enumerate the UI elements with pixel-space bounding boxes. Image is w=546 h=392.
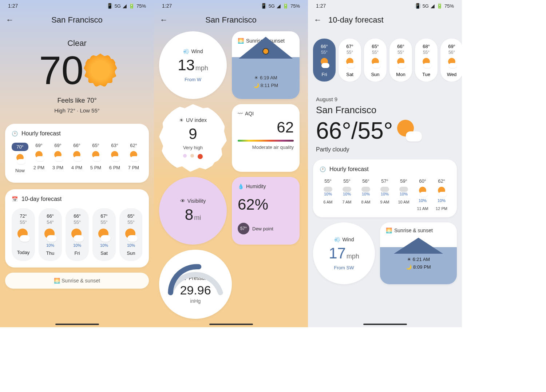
battery-icon: 🔋 (436, 3, 443, 9)
current-temp: 70 (39, 50, 115, 90)
sunrise-peek[interactable]: 🌅 Sunrise & sunset (5, 273, 149, 289)
date-label: August 9 (316, 96, 454, 102)
day-pill[interactable]: 66°55°Fri (313, 39, 336, 82)
signal-icon: ◢ (431, 3, 435, 9)
visibility-tile[interactable]: 👁Visibility 8mi (159, 177, 227, 245)
hourly-card[interactable]: 🕐Hourly forecast 55°10%6 AM55°10%7 AM56°… (313, 159, 457, 217)
hourly-row[interactable]: 70°Now69°2 PM69°3 PM66°4 PM65°5 PM63°6 P… (12, 143, 142, 176)
back-button[interactable]: ← (314, 15, 322, 25)
hour-item[interactable]: 60°10%11 AM (414, 178, 431, 211)
nav-bar[interactable] (55, 324, 99, 325)
status-icons: 📳 5G ◢ 🔋 75% (107, 3, 146, 9)
city-label: San Francisco (316, 104, 454, 116)
battery-icon: 🔋 (128, 3, 135, 9)
aqi-icon: 〰 (238, 111, 243, 116)
condition-label: Clear (0, 39, 154, 48)
header: ← San Francisco (0, 9, 154, 28)
page-title: San Francisco (205, 15, 257, 25)
temp-range: 66°/55° (316, 117, 454, 144)
sun-icon: ☀ (179, 117, 184, 123)
eye-icon: 👁 (180, 198, 185, 204)
battery-icon: 🔋 (282, 3, 289, 9)
day-pill[interactable]: 69°56°Wed (440, 39, 462, 82)
hour-item[interactable]: 70°Now (12, 143, 28, 176)
status-bar: 1:27 📳 5G ◢ 🔋 75% (0, 0, 154, 9)
hourly-row[interactable]: 55°10%6 AM55°10%7 AM56°10%8 AM57°10%9 AM… (320, 178, 450, 211)
sun-icon (86, 56, 115, 85)
high-low: High 72° · Low 55° (0, 107, 154, 114)
day-item[interactable]: 65°55°10%Sun (119, 208, 142, 261)
page-title: 10-day forecast (328, 15, 384, 25)
sunrise-tile[interactable]: 🌅Sunrise & sunset ☀ 6:19 AM 🌙 8:11 PM (232, 31, 300, 99)
day-item[interactable]: 66°54°10%Thu (39, 208, 62, 261)
day-detail: August 9 San Francisco 66°/55° Partly cl… (308, 96, 462, 153)
aqi-tile[interactable]: 〰AQI 62 Moderate air quality (232, 104, 300, 172)
screen-details: 1:27 📳 5G ◢ 🔋 75% ← San Francisco 💨Wind … (154, 0, 308, 327)
hour-item[interactable]: 62°7 PM (125, 143, 142, 176)
clock: 1:27 (8, 3, 18, 9)
cloud-icon (406, 131, 422, 142)
hour-item[interactable]: 69°2 PM (31, 143, 47, 176)
clock: 1:27 (316, 3, 326, 9)
hourly-card[interactable]: 🕐Hourly forecast 70°Now69°2 PM69°3 PM66°… (5, 124, 149, 183)
hour-item[interactable]: 56°10%8 AM (357, 178, 374, 211)
wind-icon: 💨 (183, 48, 189, 54)
battery-pct: 75% (136, 3, 146, 9)
daily-card[interactable]: 📅10-day forecast 72°55°Today66°54°10%Thu… (5, 189, 149, 268)
sunrise-icon: 🌅 (386, 227, 392, 233)
day-pills[interactable]: 66°55°Fri67°55°Sat65°55°Sun66°55°Mon68°5… (308, 39, 462, 82)
signal-icon: ◢ (123, 3, 127, 9)
hour-item[interactable]: 62°10%12 PM (433, 178, 450, 211)
wind-icon: 💨 (334, 237, 340, 242)
network-label: 5G (115, 3, 121, 9)
hourly-title: Hourly forecast (21, 130, 61, 137)
hour-item[interactable]: 55°10%6 AM (320, 178, 336, 211)
clock-icon: 🕐 (12, 131, 18, 136)
clock-icon: 🕐 (320, 166, 326, 172)
day-item[interactable]: 67°55°10%Sat (92, 208, 116, 261)
back-button[interactable]: ← (6, 15, 14, 25)
vibrate-icon: 📳 (415, 3, 421, 9)
wind-tile[interactable]: 💨Wind 13mph From W (159, 31, 227, 99)
nav-bar[interactable] (363, 324, 407, 325)
day-pill[interactable]: 68°55°Tue (415, 39, 438, 82)
header: ← San Francisco (154, 9, 308, 28)
hour-item[interactable]: 65°5 PM (87, 143, 104, 176)
hour-item[interactable]: 59°10%10 AM (395, 178, 412, 211)
daily-row[interactable]: 72°55°Today66°54°10%Thu66°55°10%Fri67°55… (12, 208, 142, 261)
day-item[interactable]: 66°55°10%Fri (66, 208, 89, 261)
day-pill[interactable]: 67°55°Sat (339, 39, 361, 82)
status-bar: 1:27 📳 5G ◢ 🔋 75% (308, 0, 462, 9)
status-icons: 📳 5G ◢ 🔋 75% (415, 3, 454, 9)
calendar-icon: 📅 (12, 196, 18, 202)
day-pill[interactable]: 65°55°Sun (364, 39, 387, 82)
header: ← 10-day forecast (308, 9, 462, 28)
sunrise-icon: 🌅 (238, 38, 244, 44)
hour-item[interactable]: 69°3 PM (50, 143, 66, 176)
day-item[interactable]: 72°55°Today (12, 208, 35, 261)
status-icons: 📳 5G ◢ 🔋 75% (261, 3, 300, 9)
aqi-bar (238, 140, 294, 142)
hour-item[interactable]: 55°10%7 AM (339, 178, 355, 211)
vibrate-icon: 📳 (107, 3, 113, 9)
uv-tile[interactable]: ☀UV index 9 Very high (159, 104, 227, 172)
sunrise-icon: 🌅 (54, 278, 60, 284)
clock: 1:27 (162, 3, 172, 9)
signal-icon: ◢ (277, 3, 281, 9)
pressure-tile[interactable]: ⚖Pressure 29.96 inHg (159, 250, 232, 319)
sun-position-icon (262, 48, 269, 55)
screen-forecast: 1:27 📳 5G ◢ 🔋 75% ← 10-day forecast 66°5… (308, 0, 462, 327)
status-bar: 1:27 📳 5G ◢ 🔋 75% (154, 0, 308, 9)
wind-tile[interactable]: 💨Wind 17mph From SW (313, 222, 375, 284)
day-pill[interactable]: 66°55°Mon (389, 39, 412, 82)
daily-title: 10-day forecast (21, 196, 62, 202)
hour-item[interactable]: 63°6 PM (106, 143, 123, 176)
condition-label: Partly cloudy (316, 146, 454, 153)
humidity-tile[interactable]: 💧Humidity 62% 57°Dew point (232, 177, 300, 245)
sunrise-tile[interactable]: 🌅Sunrise & sunset ☀ 6:21 AM 🌙 8:09 PM (380, 222, 457, 284)
hour-item[interactable]: 57°10%9 AM (376, 178, 393, 211)
hour-item[interactable]: 66°4 PM (68, 143, 85, 176)
screen-overview: 1:27 📳 5G ◢ 🔋 75% ← San Francisco Clear … (0, 0, 154, 327)
nav-bar[interactable] (209, 324, 253, 325)
back-button[interactable]: ← (160, 15, 168, 25)
